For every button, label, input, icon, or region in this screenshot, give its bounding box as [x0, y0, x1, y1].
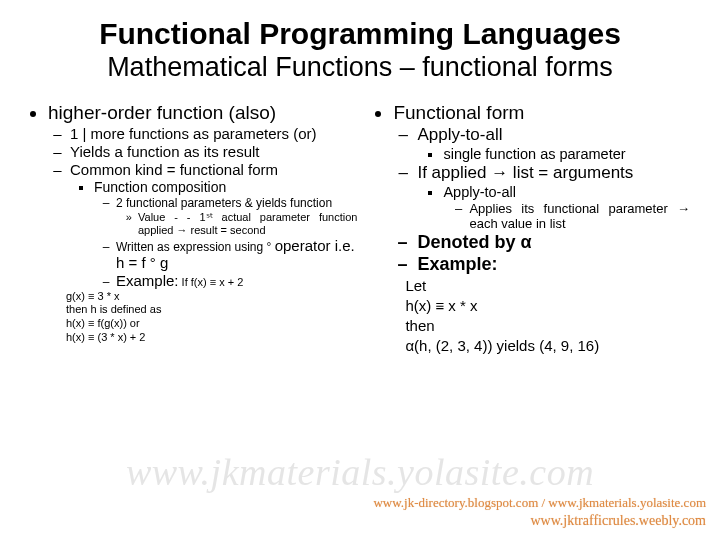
- title-sub: Mathematical Functions – functional form…: [30, 52, 690, 83]
- fc-example-label: Example:: [116, 272, 179, 289]
- ex-hx: h(x) ≡ x * x: [405, 296, 690, 316]
- ex-then: then: [405, 316, 690, 336]
- slide: Functional Programming Languages Mathema…: [0, 0, 720, 367]
- title-main: Functional Programming Languages: [30, 18, 690, 50]
- function-composition-heading: Function composition: [94, 179, 357, 195]
- ex-alpha: α(h, (2, 3, 4)) yields (4, 9, 16): [405, 336, 690, 356]
- fc-value-note: Value - - 1ˢᵗ actual parameter function …: [138, 211, 357, 236]
- math-line-h1: h(x) ≡ f(g(x)) or: [66, 317, 357, 331]
- hof-point-common: Common kind = functional form: [70, 161, 357, 178]
- math-line-h2: h(x) ≡ (3 * x) + 2: [66, 331, 357, 345]
- hof-point-yields: Yields a function as its result: [70, 143, 357, 160]
- apply-to-all-heading: Apply-to-all: [417, 125, 690, 145]
- footer-line-2: www.jktrafficrules.weebly.com: [373, 512, 706, 530]
- watermark-text: www.jkmaterials.yolasite.com: [0, 450, 720, 494]
- fc-example-heading: Example: If f(x) ≡ x + 2: [116, 272, 357, 289]
- if-applied-list: If applied → list = arguments: [417, 163, 690, 183]
- fc-written-as: Written as expression using ° operator i…: [116, 237, 357, 271]
- ex-let: Let: [405, 276, 690, 296]
- hof-heading: higher-order function (also): [48, 102, 357, 124]
- fc-example-if: If f(x) ≡ x + 2: [179, 276, 244, 288]
- math-line-g: g(x) ≡ 3 * x: [66, 290, 357, 304]
- applies-each-value: Applies its functional parameter → each …: [469, 201, 690, 231]
- right-column: Functional form Apply-to-all single func…: [375, 101, 690, 357]
- denoted-by-alpha: Denoted by α: [417, 232, 690, 253]
- hof-point-params: 1 | more functions as parameters (or): [70, 125, 357, 142]
- functional-form-heading: Functional form: [393, 102, 690, 124]
- fc-two-params: 2 functional parameters & yields functio…: [116, 196, 357, 210]
- columns: higher-order function (also) 1 | more fu…: [30, 101, 690, 357]
- footer: www.jk-directory.blogspot.com / www.jkma…: [373, 495, 706, 530]
- fc-written-as-text: Written as expression using °: [116, 240, 275, 254]
- single-function-param: single function as parameter: [443, 146, 690, 162]
- example-heading: Example:: [417, 254, 690, 275]
- math-line-then: then h is defined as: [66, 303, 357, 317]
- left-column: higher-order function (also) 1 | more fu…: [30, 101, 357, 357]
- footer-line-1: www.jk-directory.blogspot.com / www.jkma…: [373, 495, 706, 512]
- apply-to-all-sub: Apply-to-all: [443, 184, 690, 200]
